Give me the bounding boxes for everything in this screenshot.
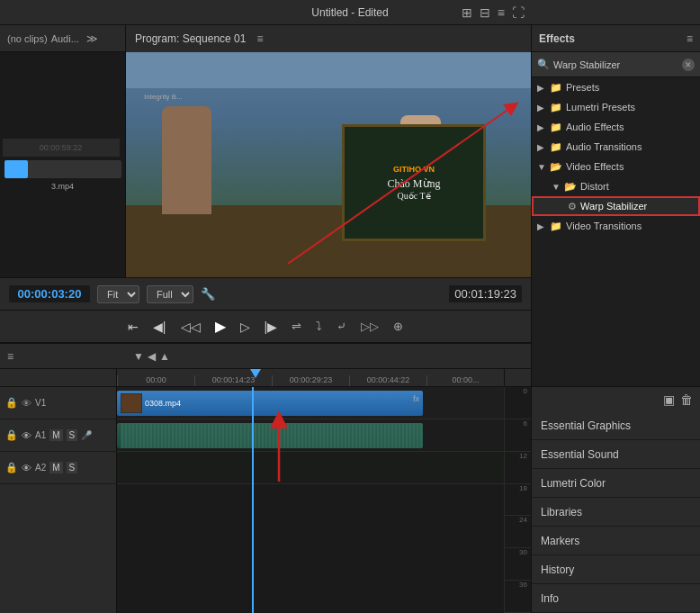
duration-timecode: 00:01:19:23 xyxy=(449,285,522,302)
step-fwd-btn[interactable]: |▶ xyxy=(261,318,282,336)
mark-in-btn[interactable]: ⇤ xyxy=(124,318,142,336)
chevron-video-effects: ▼ xyxy=(537,162,546,172)
overwrite-btn[interactable]: ⤶ xyxy=(333,318,350,335)
effects-header: Effects ≡ xyxy=(532,25,700,52)
track-visibility-v1[interactable]: 👁 xyxy=(22,398,31,409)
track-row-v1[interactable]: 0308.mp4 fx xyxy=(117,387,504,419)
clip-name: 0308.mp4 xyxy=(145,399,181,408)
panel-label-info: Info xyxy=(541,592,559,605)
panel-info[interactable]: Info xyxy=(532,584,700,613)
folder-icon-audio-effects: 📁 xyxy=(550,122,562,133)
ruler-mark-4: 00:00... xyxy=(426,375,504,386)
tree-item-distort[interactable]: ▼ 📂 Distort xyxy=(532,176,700,196)
track-visibility-a1[interactable]: 👁 xyxy=(22,430,31,441)
layout-icon-4[interactable]: ⛶ xyxy=(512,5,525,20)
effects-search-bar: 🔍 ✕ xyxy=(532,52,700,77)
left-panel: (no clips) Audi... ≫ Program: Sequence 0… xyxy=(0,25,531,613)
source-panel-header: (no clips) Audi... ≫ xyxy=(0,25,126,51)
loop-btn[interactable]: ⇌ xyxy=(288,318,305,335)
tree-label-audio-transitions: Audio Transitions xyxy=(566,141,642,152)
full-select[interactable]: Full xyxy=(147,285,193,303)
tree-item-audio-transitions[interactable]: ▶ 📁 Audio Transitions xyxy=(532,137,700,157)
track-mute-a1[interactable]: M xyxy=(49,429,62,441)
track-lock-a2[interactable]: 🔒 xyxy=(5,462,18,473)
tree-item-video-effects[interactable]: ▼ 📂 Video Effects xyxy=(532,157,700,176)
fit-select[interactable]: Fit xyxy=(97,285,139,303)
effects-title: Effects xyxy=(539,32,575,45)
track-mute-a2[interactable]: M xyxy=(49,462,62,473)
tracks-timeline: 0308.mp4 fx xyxy=(117,387,504,613)
panel-label-essential-sound: Essential Sound xyxy=(541,448,619,461)
tree-item-warp-stabilizer[interactable]: ⚙ Warp Stabilizer xyxy=(532,196,700,216)
track-audio-icon-a1[interactable]: 🎤 xyxy=(81,430,92,440)
tl-prev-marker[interactable]: ◀ xyxy=(148,350,156,363)
tl-settings-icon[interactable]: ≡ xyxy=(7,350,13,363)
tree-label-lumetri-presets: Lumetri Presets xyxy=(566,102,635,113)
tree-item-presets[interactable]: ▶ 📁 Presets xyxy=(532,77,700,97)
playhead xyxy=(252,387,254,613)
track-row-a2[interactable] xyxy=(117,452,504,484)
extract-btn[interactable]: ▷▷ xyxy=(357,318,382,335)
source-clip-name: 3.mp4 xyxy=(3,182,123,191)
preview-area: 00:00:59:22 3.mp4 xyxy=(0,52,531,277)
layout-icon-1[interactable]: ⊞ xyxy=(462,5,472,20)
chevron-lumetri-presets: ▶ xyxy=(537,103,546,113)
next-edit-btn[interactable]: ▷ xyxy=(237,318,254,336)
search-input[interactable] xyxy=(553,59,678,70)
search-clear-btn[interactable]: ✕ xyxy=(682,59,695,71)
track-row-a1[interactable] xyxy=(117,419,504,452)
panel-label-essential-graphics: Essential Graphics xyxy=(541,419,631,432)
layout-icon-3[interactable]: ≡ xyxy=(498,5,505,20)
top-bar: Untitled - Edited ⊞ ⊟ ≡ ⛶ xyxy=(0,0,700,25)
track-lock-a1[interactable]: 🔒 xyxy=(5,429,18,441)
clip-a1-0308[interactable] xyxy=(117,423,423,448)
panel-lumetri-color[interactable]: Lumetri Color xyxy=(532,469,700,498)
monitor-title: Program: Sequence 01 xyxy=(135,32,246,45)
chevron-distort: ▼ xyxy=(552,182,561,192)
ruler-mark-2: 00:00:29:23 xyxy=(272,375,349,386)
tree-item-audio-effects[interactable]: ▶ 📁 Audio Effects xyxy=(532,117,700,137)
timeline-section: ≡ ▼ ◀ ▲ 00:00 00:00:14:23 00:00:29:23 00… xyxy=(0,342,531,613)
prev-edit-btn[interactable]: ◁◁ xyxy=(177,318,204,336)
effects-tree: ▶ 📁 Presets ▶ 📁 Lumetri Presets ▶ 📁 Audi… xyxy=(532,77,700,386)
audio-tab[interactable]: Audi... xyxy=(51,33,79,44)
tl-filter-icon[interactable]: ▼ xyxy=(133,350,144,363)
folder-icon-video-transitions: 📁 xyxy=(550,221,562,232)
tree-item-lumetri-presets[interactable]: ▶ 📁 Lumetri Presets xyxy=(532,97,700,117)
layout-icon-2[interactable]: ⊟ xyxy=(480,5,490,20)
monitor-header: Program: Sequence 01 ≡ xyxy=(126,25,531,52)
play-btn[interactable]: ▶ xyxy=(211,316,229,337)
panel-essential-graphics[interactable]: Essential Graphics xyxy=(532,411,700,440)
clip-v1-0308[interactable]: 0308.mp4 fx xyxy=(117,391,423,416)
effects-menu-icon[interactable]: ≡ xyxy=(687,32,693,45)
panel-history[interactable]: History xyxy=(532,555,700,584)
new-bin-icon[interactable]: ▣ xyxy=(663,392,675,407)
step-back-btn[interactable]: ◀| xyxy=(149,318,170,336)
timeline-toolbar: ≡ ▼ ◀ ▲ xyxy=(0,344,531,369)
tree-item-video-transitions[interactable]: ▶ 📁 Video Transitions xyxy=(532,216,700,236)
monitor-menu-icon[interactable]: ≡ xyxy=(256,32,263,45)
panel-markers[interactable]: Markers xyxy=(532,527,700,555)
main-layout: (no clips) Audi... ≫ Program: Sequence 0… xyxy=(0,25,700,613)
file-icon-warp-stabilizer: ⚙ xyxy=(568,201,577,212)
source-expand-icon[interactable]: ≫ xyxy=(86,32,98,45)
folder-icon-audio-transitions: 📁 xyxy=(550,141,562,153)
wrench-icon[interactable]: 🔧 xyxy=(201,287,215,301)
no-clips-tab[interactable]: (no clips) xyxy=(7,33,48,44)
track-label-a2: A2 xyxy=(35,463,46,473)
timecode-bar: 00:00:03:20 Fit Full 🔧 00:01:19:23 xyxy=(0,277,531,310)
insert-btn[interactable]: ⤵ xyxy=(312,318,326,335)
v-mark-18: 18 xyxy=(505,484,531,517)
current-timecode[interactable]: 00:00:03:20 xyxy=(9,285,90,302)
delete-icon[interactable]: 🗑 xyxy=(680,392,693,407)
lift-btn[interactable]: ⊕ xyxy=(390,318,407,335)
tl-add-marker[interactable]: ▲ xyxy=(159,350,170,363)
panel-libraries[interactable]: Libraries xyxy=(532,498,700,527)
blackboard: GITIHO VN Chào Mừng Quốc Tế xyxy=(342,124,486,241)
track-visibility-a2[interactable]: 👁 xyxy=(22,463,31,473)
track-solo-a1[interactable]: S xyxy=(67,429,78,441)
track-solo-a2[interactable]: S xyxy=(67,462,78,473)
integrity-text: Integrity B... xyxy=(144,93,183,101)
track-lock-v1[interactable]: 🔒 xyxy=(5,397,18,409)
panel-essential-sound[interactable]: Essential Sound xyxy=(532,440,700,469)
